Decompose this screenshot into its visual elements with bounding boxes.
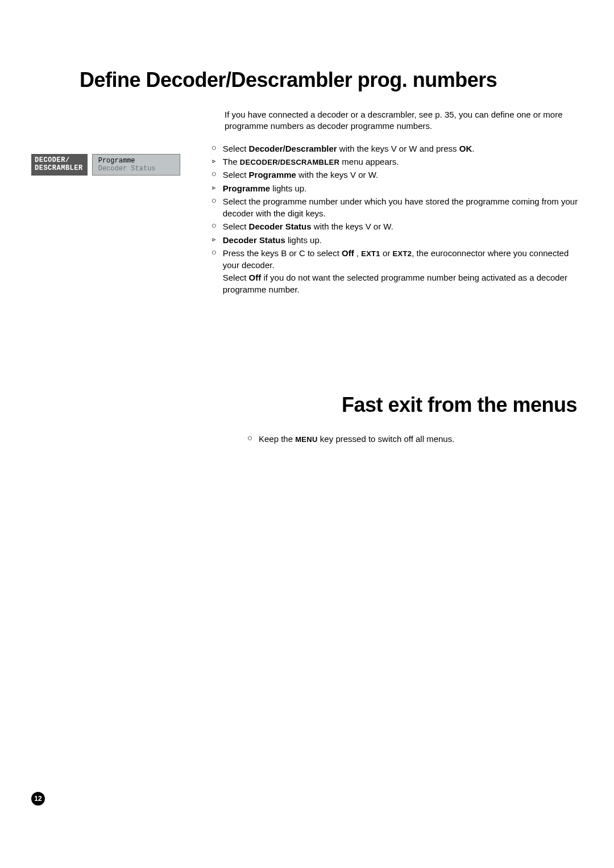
osd-menu-illustration: DECODER/ DESCRAMBLER Programme Decoder S…: [31, 143, 180, 176]
section-title-fast-exit: Fast exit from the menus: [31, 393, 580, 417]
circle-bullet-icon: ○: [211, 195, 217, 207]
step-2a: ○ Select Programme with the keys V or W.: [211, 169, 580, 181]
menu-header-line2: DESCRAMBLER: [35, 164, 83, 172]
page-number-badge: 12: [31, 792, 45, 806]
menu-item-decoder-status: Decoder Status: [98, 165, 174, 173]
circle-bullet-icon: ○: [211, 247, 217, 259]
intro-paragraph: If you have connected a decoder or a des…: [225, 109, 580, 132]
triangle-bullet-icon: ▹: [211, 156, 217, 168]
triangle-bullet-icon: ▹: [211, 182, 217, 194]
section-title-decoder: Define Decoder/Descrambler prog. numbers: [31, 68, 580, 92]
triangle-bullet-icon: ▹: [211, 234, 217, 246]
step-1a: ○ Select Decoder/Descrambler with the ke…: [211, 143, 580, 155]
step-1b: ▹ The DECODER/DESCRAMBLER menu appears.: [211, 156, 580, 168]
manual-page: Define Decoder/Descrambler prog. numbers…: [0, 0, 614, 868]
step-2e: ▹ Decoder Status lights up.: [211, 234, 580, 246]
step-2d: ○ Select Decoder Status with the keys V …: [211, 220, 580, 232]
step-2f: ○ Press the keys B or C to select Off , …: [211, 247, 580, 295]
circle-bullet-icon: ○: [247, 434, 252, 444]
menu-header-line1: DECODER/: [35, 156, 83, 164]
circle-bullet-icon: ○: [211, 220, 217, 232]
fast-exit-step: ○ Keep the MENU key pressed to switch of…: [225, 434, 580, 444]
step-2c: ○ Select the programme number under whic…: [211, 195, 580, 220]
circle-bullet-icon: ○: [211, 143, 217, 155]
step-2b: ▹ Programme lights up.: [211, 182, 580, 194]
menu-header-box: DECODER/ DESCRAMBLER: [31, 154, 88, 176]
instruction-steps: ○ Select Decoder/Descrambler with the ke…: [211, 143, 580, 297]
menu-item-programme: Programme: [98, 157, 174, 165]
circle-bullet-icon: ○: [211, 169, 217, 181]
menu-panel: Programme Decoder Status: [92, 154, 180, 176]
